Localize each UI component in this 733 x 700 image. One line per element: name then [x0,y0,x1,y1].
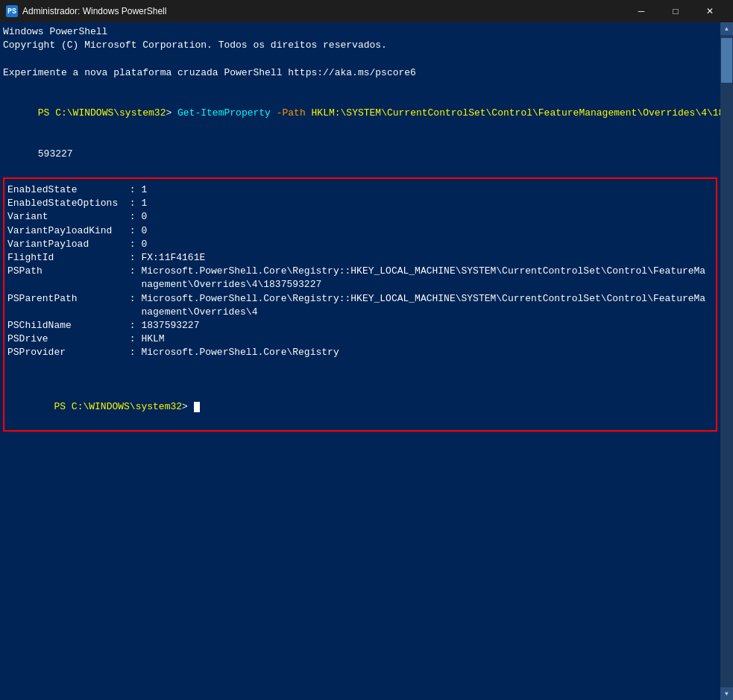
powershell-icon: PS [6,5,18,17]
result-psparentpath-line1: PSParentPath : Microsoft.PowerShell.Core… [7,292,713,306]
result-psdrive: PSDrive : HKLM [7,332,713,346]
param-path: -Path [277,107,306,119]
final-prompt-line: PS C:\WINDOWS\system32> [7,387,713,428]
result-variant: Variant : 0 [7,210,713,224]
prompt-prefix: PS C:\WINDOWS\system32 [38,107,166,119]
final-prompt-gt: > [182,401,194,412]
result-variantpayload: VariantPayload : 0 [7,238,713,251]
result-box: EnabledState : 1 EnabledStateOptions : 1… [3,177,717,432]
param-value: HKLM:\SYSTEM\CurrentControlSet\Control\F… [312,107,720,119]
result-enabledstateoptions: EnabledStateOptions : 1 [7,197,713,210]
scroll-thumb[interactable] [721,38,732,83]
blank-2 [7,373,713,387]
line-2: Copyright (C) Microsoft Corporation. Tod… [3,39,717,52]
cmdlet-name: Get-ItemProperty [177,107,271,119]
terminal-window: Windows PowerShell Copyright (C) Microso… [0,22,733,700]
space2 [306,107,312,119]
final-prompt-text: PS C:\WINDOWS\system32 [54,401,182,412]
maximize-button[interactable]: □ [658,0,693,22]
scroll-up-button[interactable]: ▲ [720,22,733,35]
scrollbar[interactable]: ▲ ▼ [720,22,733,700]
window-controls[interactable]: ─ □ ✕ [624,0,727,22]
close-button[interactable]: ✕ [693,0,727,22]
titlebar-left: PS Administrador: Windows PowerShell [6,5,166,17]
result-pspath-line2: nagement\Overrides\4\1837593227 [7,278,713,291]
cursor-blink [194,402,200,412]
titlebar: PS Administrador: Windows PowerShell ─ □… [0,0,733,22]
window-title: Administrador: Windows PowerShell [22,6,166,16]
result-psprovider: PSProvider : Microsoft.PowerShell.Core\R… [7,346,713,359]
terminal-content[interactable]: Windows PowerShell Copyright (C) Microso… [0,22,720,700]
result-enabledstate: EnabledState : 1 [7,183,713,197]
minimize-button[interactable]: ─ [624,0,658,22]
command-wrap-value: 593227 [38,148,73,160]
result-variantpayloadkind: VariantPayloadKind : 0 [7,224,713,238]
result-pspath-line1: PSPath : Microsoft.PowerShell.Core\Regis… [7,265,713,278]
space1 [271,107,277,119]
line-4: Experimente a nova plataforma cruzada Po… [3,66,717,80]
line-1: Windows PowerShell [3,25,717,39]
line-3 [3,52,717,66]
command-line-wrap: 593227 [3,134,717,175]
result-pschildname: PSChildName : 1837593227 [7,319,713,332]
result-psparentpath-line2: nagement\Overrides\4 [7,306,713,319]
result-flightid: FlightId : FX:11F4161E [7,251,713,265]
scroll-down-button[interactable]: ▼ [720,687,733,700]
line-5 [3,80,717,93]
blank-1 [7,360,713,373]
prompt-gt: > [166,107,177,119]
command-line: PS C:\WINDOWS\system32> Get-ItemProperty… [3,93,717,134]
